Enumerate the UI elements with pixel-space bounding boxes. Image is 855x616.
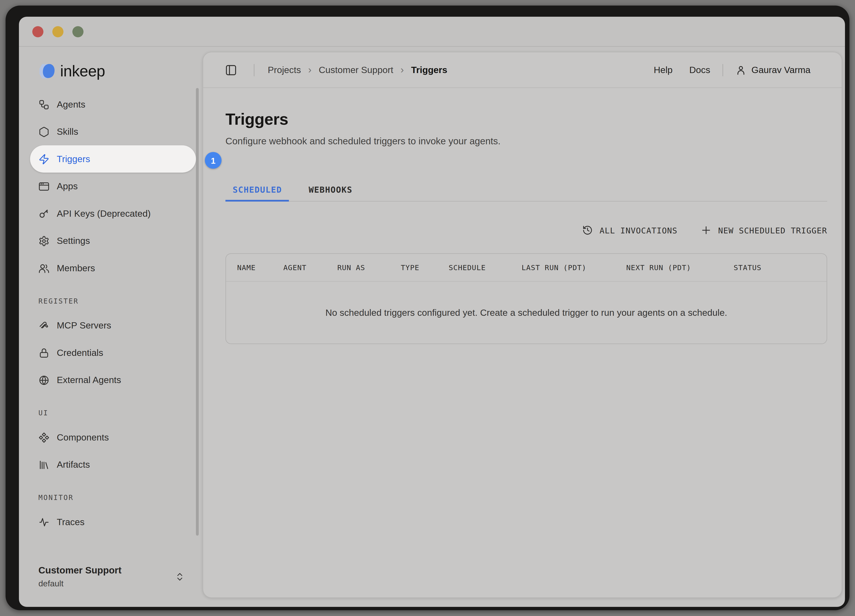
sidebar-item-skills[interactable]: Skills [30,118,196,146]
sidebar-item-components[interactable]: Components [30,424,196,451]
traffic-light-zoom[interactable] [72,26,83,37]
table-header-row: NAME AGENT RUN AS TYPE SCHEDULE LAST RUN… [226,254,827,282]
breadcrumb: Projects › Customer Support › Triggers [268,64,447,76]
sidebar-section-monitor: MONITOR Traces [19,493,202,536]
workflow-icon [38,99,50,110]
sidebar-item-traces[interactable]: Traces [30,509,196,536]
section-label: REGISTER [19,297,202,307]
chevrons-up-down-icon [175,572,185,582]
screen: inkeep Agents Skills [0,0,855,616]
sidebar-item-settings[interactable]: Settings [30,227,196,254]
sidebar-item-label: Apps [57,181,78,192]
logo-wordmark: inkeep [60,62,105,80]
breadcrumb-current-page: Triggers [411,64,447,75]
annotation-badge-1: 1 [205,152,222,169]
breadcrumb-customer-support[interactable]: Customer Support [319,64,394,75]
tabs: SCHEDULED WEBHOOKS [225,179,827,202]
sidebar-item-label: Agents [57,99,85,110]
device-frame: inkeep Agents Skills [6,6,849,610]
primary-nav: Agents Skills Triggers [19,91,202,282]
header-divider [254,64,254,76]
sidebar-item-label: Skills [57,127,78,137]
main-header: Projects › Customer Support › Triggers H… [203,52,842,88]
hexagon-icon [38,126,50,137]
sidebar-item-label: Settings [57,236,90,246]
mcp-icon [38,320,50,331]
tab-webhooks[interactable]: WEBHOOKS [302,179,360,202]
chevron-right-icon: › [301,64,319,76]
titlebar [19,17,845,47]
sidebar-item-label: External Agents [57,375,121,386]
sidebar-item-apps[interactable]: Apps [30,173,196,200]
users-icon [38,262,50,274]
traffic-light-close[interactable] [32,26,43,37]
chevron-right-icon: › [393,64,411,76]
user-name: Gaurav Varma [751,64,811,75]
table-actions: ALL INVOCATIONS NEW SCHEDULED TRIGGER [225,225,827,236]
app-window: inkeep Agents Skills [19,17,845,607]
inkeep-logo[interactable]: inkeep [19,62,202,81]
sidebar: inkeep Agents Skills [19,48,202,607]
page-title: Triggers [225,110,827,129]
all-invocations-label: ALL INVOCATIONS [600,226,677,235]
sidebar-section-register: REGISTER MCP Servers Credent [19,297,202,394]
key-icon [38,208,50,219]
sidebar-item-artifacts[interactable]: Artifacts [30,451,196,478]
sidebar-scrollbar[interactable] [196,88,199,536]
project-switcher[interactable]: Customer Support default [38,565,192,588]
header-divider [723,64,723,76]
sidebar-item-label: MCP Servers [57,320,111,331]
sidebar-item-triggers[interactable]: Triggers [30,146,196,173]
column-header-last-run: LAST RUN (PDT) [522,264,626,272]
component-icon [38,432,50,443]
section-label: UI [19,409,202,419]
app-window-icon [38,181,50,192]
project-name: Customer Support [38,565,175,576]
column-header-status: STATUS [734,264,827,272]
section-label: MONITOR [19,493,202,503]
breadcrumb-projects[interactable]: Projects [268,64,301,75]
user-menu[interactable]: Gaurav Varma [735,64,811,75]
page-content: Triggers Configure webhook and scheduled… [203,110,842,344]
column-header-next-run: NEXT RUN (PDT) [626,264,734,272]
column-header-agent: AGENT [283,264,337,272]
column-header-name: NAME [237,264,283,272]
new-scheduled-trigger-button[interactable]: NEW SCHEDULED TRIGGER [701,225,827,236]
history-icon [582,225,593,236]
sidebar-item-mcp-servers[interactable]: MCP Servers [30,312,196,339]
zap-icon [38,153,50,165]
column-header-schedule: SCHEDULE [449,264,522,272]
all-invocations-button[interactable]: ALL INVOCATIONS [582,225,677,236]
empty-state-message: No scheduled triggers configured yet. Cr… [226,282,827,344]
sidebar-item-label: Credentials [57,348,103,358]
sidebar-item-credentials[interactable]: Credentials [30,339,196,366]
sidebar-toggle-button[interactable] [225,64,237,76]
activity-icon [38,516,50,527]
sidebar-item-label: API Keys (Deprecated) [57,208,151,219]
sidebar-item-external-agents[interactable]: External Agents [30,366,196,394]
tab-scheduled[interactable]: SCHEDULED [225,179,289,202]
globe-icon [38,374,50,386]
sidebar-item-members[interactable]: Members [30,254,196,282]
lock-icon [38,347,50,359]
user-icon [735,64,746,75]
column-header-run-as: RUN AS [337,264,401,272]
new-scheduled-trigger-label: NEW SCHEDULED TRIGGER [718,226,827,235]
sidebar-item-agents[interactable]: Agents [30,91,196,118]
docs-link[interactable]: Docs [690,64,710,75]
plus-icon [701,225,712,236]
scheduled-triggers-table: NAME AGENT RUN AS TYPE SCHEDULE LAST RUN… [225,253,827,344]
library-icon [38,459,50,470]
gear-icon [38,235,50,246]
inkeep-logo-icon [37,62,56,80]
traffic-light-minimize[interactable] [52,26,63,37]
project-environment: default [38,579,175,588]
help-link[interactable]: Help [654,64,673,75]
column-header-type: TYPE [401,264,449,272]
sidebar-item-label: Traces [57,517,84,527]
sidebar-item-api-keys[interactable]: API Keys (Deprecated) [30,200,196,227]
page-description: Configure webhook and scheduled triggers… [225,136,827,147]
main-panel: Projects › Customer Support › Triggers H… [202,52,842,598]
sidebar-item-label: Artifacts [57,460,90,470]
sidebar-item-label: Triggers [57,154,90,164]
